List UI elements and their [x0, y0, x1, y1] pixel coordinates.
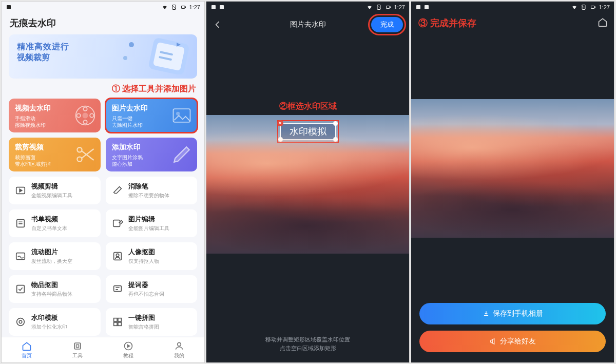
screen-editor: 1:27 图片去水印 完成 ②框选水印区域 水印模拟 ✕ 移动并调整矩形区域覆盖…: [206, 1, 410, 363]
editor-canvas[interactable]: 水印模拟 ✕: [206, 115, 409, 254]
tool-teleprompter[interactable]: 提词器再也不怕忘台词: [106, 275, 198, 303]
resize-handle-tr[interactable]: [333, 121, 338, 126]
home-icon[interactable]: [598, 17, 608, 27]
back-icon[interactable]: [213, 20, 223, 30]
share-icon: [490, 338, 497, 345]
annotation-step3: ③ 完成并保存: [418, 17, 476, 29]
annotation-step2: ②框选水印区域: [206, 36, 409, 115]
status-time: 1:27: [394, 4, 405, 10]
resize-handle-br[interactable]: [333, 137, 338, 142]
svg-rect-33: [113, 322, 117, 325]
selection-highlight: 水印模拟 ✕: [277, 120, 339, 143]
image-icon: [170, 104, 193, 127]
svg-rect-45: [416, 5, 420, 9]
svg-rect-49: [594, 7, 595, 8]
tool-collage[interactable]: 一键拼图智能宫格拼图: [106, 308, 198, 336]
svg-point-18: [177, 112, 180, 116]
wifi-icon: [367, 4, 373, 10]
tool-portrait-cutout[interactable]: 人像抠图仅支持抠人物: [106, 242, 198, 270]
feature-cards-grid: 视频去水印 手指滑动擦除视频水印 图片去水印 只需一键去除图片水印 裁剪视频 裁…: [9, 99, 197, 171]
svg-rect-0: [7, 5, 11, 9]
delete-handle[interactable]: ✕: [277, 120, 283, 126]
tool-flow-image[interactable]: 流动图片发丝流动，换天空: [9, 242, 101, 270]
battery-icon: [180, 4, 186, 10]
svg-rect-27: [17, 285, 25, 293]
bottom-tabbar: 首页 工具 教程 我的: [2, 337, 204, 362]
tab-mine[interactable]: 我的: [153, 337, 204, 362]
collage-icon: [112, 316, 123, 328]
tool-booklist-video[interactable]: 书单视频自定义书单文本: [9, 209, 101, 237]
app-indicator-icon: [6, 4, 12, 10]
svg-rect-43: [386, 6, 390, 9]
resize-handle-bl[interactable]: [278, 137, 283, 142]
card-add-watermark[interactable]: 添加水印 文字图片涂鸦随心添加: [106, 138, 198, 171]
card-crop-video[interactable]: 裁剪视频 裁剪画面带水印区域剪掉: [9, 138, 101, 171]
svg-rect-2: [181, 6, 185, 9]
svg-point-26: [116, 254, 119, 257]
editor-hint: 移动并调整矩形区域覆盖水印位置 点击空白区域添加矩形: [206, 335, 409, 353]
status-bar: 1:27: [206, 2, 409, 13]
svg-rect-17: [174, 109, 190, 122]
svg-rect-37: [74, 343, 81, 349]
card-image-watermark[interactable]: 图片去水印 只需一键去除图片水印: [106, 99, 198, 132]
watermark-template-icon: [15, 316, 26, 328]
save-button[interactable]: 保存到手机相册: [419, 303, 606, 324]
battery-icon: [590, 4, 596, 10]
svg-point-30: [19, 320, 22, 323]
tool-watermark-template[interactable]: 水印模板添加个性化水印: [9, 308, 101, 336]
tool-eraser[interactable]: 消除笔擦除不想要的物体: [106, 177, 198, 204]
tool-image-edit[interactable]: 图片编辑全能图片编辑工具: [106, 209, 198, 237]
app-indicator-icon: [415, 4, 421, 10]
object-cutout-icon: [15, 283, 26, 295]
svg-point-29: [17, 318, 25, 326]
image-edit-icon: [112, 218, 123, 229]
editor-topbar: 图片去水印 完成: [206, 13, 409, 36]
share-button[interactable]: 分享给好友: [419, 331, 606, 352]
svg-point-39: [177, 342, 181, 346]
eraser-icon: [112, 185, 123, 196]
editor-title: 图片去水印: [290, 20, 326, 29]
svg-rect-23: [113, 220, 120, 227]
svg-rect-46: [425, 5, 429, 9]
tool-object-cutout[interactable]: 物品抠图支持各种商品物体: [9, 275, 101, 303]
promo-banner[interactable]: 精准高效进行 视频裁剪: [9, 34, 197, 79]
done-button[interactable]: 完成: [371, 17, 403, 32]
pencil-icon: [170, 143, 193, 166]
watermark-selection[interactable]: 水印模拟 ✕: [280, 123, 336, 140]
svg-rect-41: [220, 5, 224, 9]
status-bar: 1:27: [2, 2, 204, 13]
svg-rect-31: [113, 318, 117, 321]
app-indicator-icon: [424, 4, 430, 10]
teleprompter-icon: [112, 283, 123, 295]
svg-point-14: [90, 113, 93, 117]
tools-icon: [72, 341, 83, 351]
svg-point-7: [123, 56, 127, 60]
wifi-icon: [162, 4, 168, 10]
svg-rect-24: [16, 253, 25, 260]
svg-point-16: [76, 113, 80, 117]
status-time: 1:27: [599, 4, 610, 10]
tab-tutorial[interactable]: 教程: [103, 337, 154, 362]
svg-rect-22: [17, 220, 25, 227]
svg-rect-34: [118, 322, 121, 325]
no-sim-icon: [581, 4, 587, 10]
film-reel-icon: [74, 104, 97, 127]
no-sim-icon: [376, 4, 382, 10]
status-bar: 1:27: [411, 2, 614, 13]
svg-point-6: [129, 42, 134, 47]
tool-video-edit[interactable]: 视频剪辑全能视频编辑工具: [9, 177, 101, 204]
wifi-icon: [571, 4, 578, 10]
tool-list: 视频剪辑全能视频编辑工具 消除笔擦除不想要的物体 书单视频自定义书单文本 图片编…: [9, 177, 197, 356]
svg-point-12: [83, 113, 87, 118]
annotation-step1: ① 选择工具并添加图片: [2, 84, 204, 99]
app-indicator-icon: [210, 4, 217, 10]
home-icon: [22, 341, 32, 351]
svg-rect-44: [390, 7, 390, 8]
screen-home: 1:27 无痕去水印 精准高效进行 视频裁剪 ① 选择工具并添加图片 视频去水印…: [1, 1, 205, 363]
card-video-watermark[interactable]: 视频去水印 手指滑动擦除视频水印: [9, 99, 101, 132]
tab-home[interactable]: 首页: [2, 337, 52, 362]
tab-tools[interactable]: 工具: [52, 337, 103, 362]
banner-illustration: [120, 37, 192, 74]
portrait-icon: [112, 251, 123, 262]
booklist-icon: [15, 218, 26, 229]
